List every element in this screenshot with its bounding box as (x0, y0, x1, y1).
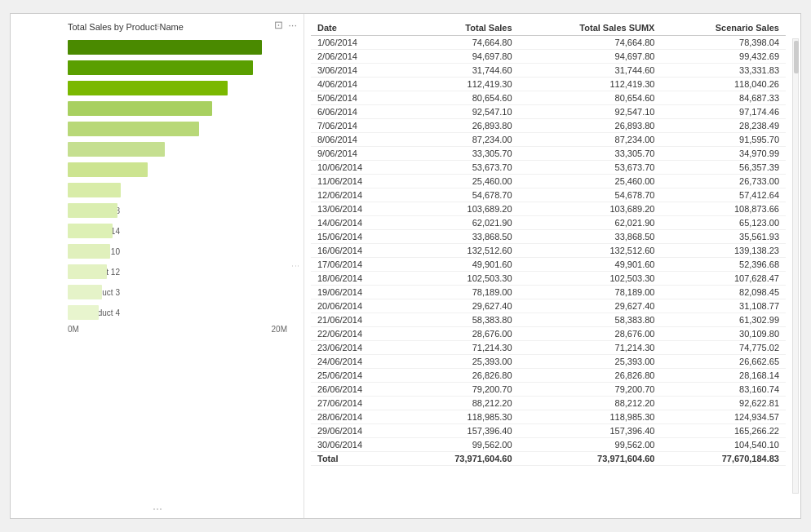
table-row[interactable]: 28/06/2014118,985.30118,985.30124,934.57 (311, 410, 786, 424)
table-row[interactable]: 15/06/201433,868.5033,868.5035,561.93 (311, 230, 786, 244)
table-row[interactable]: 2/06/201494,697.8094,697.8099,432.69 (311, 50, 786, 64)
table-row[interactable]: 19/06/201478,189.0078,189.0082,098.45 (311, 286, 786, 299)
bar-row[interactable]: Product 4 (68, 304, 287, 321)
table-row[interactable]: 9/06/201433,305.7033,305.7034,970.99 (311, 147, 786, 161)
table-row[interactable]: 16/06/2014132,512.60132,512.60139,138.23 (311, 244, 786, 258)
table-row[interactable]: 23/06/201471,214.3071,214.3074,775.02 (311, 341, 786, 355)
table-row[interactable]: 18/06/2014102,503.30102,503.30107,628.47 (311, 272, 786, 286)
bar-track (68, 142, 287, 157)
bar-row[interactable]: Product 3 (68, 283, 287, 301)
table-row[interactable]: 30/06/201499,562.0099,562.00104,540.10 (311, 438, 786, 452)
table-cell: 52,396.68 (661, 258, 786, 272)
bar-track (68, 60, 287, 75)
bar-row[interactable]: Product 12 (68, 263, 287, 281)
table-row[interactable]: 3/06/201431,744.6031,744.6033,331.83 (311, 64, 786, 78)
table-cell: 80,654.60 (405, 91, 519, 105)
bar-row[interactable]: Product 9 (68, 161, 287, 179)
drag-handle[interactable]: ≡ (154, 20, 160, 32)
table-cell: 25/06/2014 (311, 369, 405, 383)
bar-row[interactable]: Product 10 (68, 242, 287, 260)
table-row[interactable]: 12/06/201454,678.7054,678.7057,412.64 (311, 188, 786, 202)
data-table: Date Total Sales Total Sales SUMX Scenar… (311, 20, 786, 466)
table-cell: 82,098.45 (661, 286, 786, 299)
table-row[interactable]: 11/06/201425,460.0025,460.0026,733.00 (311, 175, 786, 188)
bar-row[interactable]: Product 13 (68, 140, 287, 158)
col-header-scenario-sales: Scenario Sales (661, 20, 786, 36)
bar-row[interactable]: Product 2 (68, 79, 287, 97)
table-row[interactable]: 10/06/201453,673.7053,673.7056,357.39 (311, 161, 786, 175)
bar-chart: Product 7Product 1Product 2Product 11Pro… (19, 38, 295, 321)
table-row[interactable]: 1/06/201474,664.8074,664.8078,398.04 (311, 36, 786, 50)
bar-row[interactable]: Product 8 (68, 202, 287, 219)
table-row[interactable]: 26/06/201479,200.7079,200.7083,160.74 (311, 383, 786, 397)
bar-row[interactable]: Product 1 (68, 59, 287, 77)
table-row[interactable]: 14/06/201462,021.9062,021.9065,123.00 (311, 216, 786, 230)
table-cell: 20/06/2014 (311, 299, 405, 313)
table-cell: 6/06/2014 (311, 105, 405, 119)
table-cell: 28/06/2014 (311, 410, 405, 424)
table-cell: 30/06/2014 (311, 438, 405, 452)
table-cell: 78,189.00 (405, 286, 519, 299)
table-cell: 4/06/2014 (311, 78, 405, 91)
table-cell: 31,744.60 (519, 64, 662, 78)
table-cell: 88,212.20 (519, 397, 662, 410)
table-cell: 25,393.00 (519, 355, 662, 369)
resize-handle-bottom[interactable]: ⋯ (153, 503, 162, 515)
resize-handle-right[interactable]: ⋮ (291, 262, 300, 270)
total-row: Total73,971,604.6073,971,604.6077,670,18… (311, 452, 786, 466)
scrollbar-thumb[interactable] (794, 41, 799, 73)
scrollbar-track[interactable] (792, 38, 799, 494)
bar-row[interactable]: Product 14 (68, 222, 287, 240)
table-cell: 103,689.20 (405, 202, 519, 216)
dashboard-container: ≡ ⊡ ··· Total Sales by Product Name Prod… (10, 13, 801, 519)
table-cell: 92,547.10 (405, 105, 519, 119)
bar-fill (68, 224, 113, 238)
bar-row[interactable]: Product 11 (68, 100, 287, 117)
table-row[interactable]: 29/06/2014157,396.40157,396.40165,266.22 (311, 424, 786, 438)
table-cell: 28,676.00 (519, 327, 662, 341)
table-row[interactable]: 25/06/201426,826.8026,826.8028,168.14 (311, 369, 786, 383)
total-cell: 77,670,184.83 (661, 452, 786, 466)
total-cell: 73,971,604.60 (519, 452, 662, 466)
table-cell: 65,123.00 (661, 216, 786, 230)
table-cell: 78,398.04 (661, 36, 786, 50)
table-cell: 118,040.26 (661, 78, 786, 91)
table-cell: 49,901.60 (405, 258, 519, 272)
table-cell: 83,160.74 (661, 383, 786, 397)
bar-fill (68, 81, 228, 95)
table-cell: 62,021.90 (519, 216, 662, 230)
table-row[interactable]: 7/06/201426,893.8026,893.8028,238.49 (311, 119, 786, 133)
table-row[interactable]: 4/06/2014112,419.30112,419.30118,040.26 (311, 78, 786, 91)
chart-panel: ≡ ⊡ ··· Total Sales by Product Name Prod… (11, 14, 304, 518)
table-row[interactable]: 17/06/201449,901.6049,901.6052,396.68 (311, 258, 786, 272)
table-cell: 79,200.70 (405, 383, 519, 397)
bar-fill (68, 142, 165, 157)
table-cell: 8/06/2014 (311, 133, 405, 147)
table-row[interactable]: 13/06/2014103,689.20103,689.20108,873.66 (311, 202, 786, 216)
table-row[interactable]: 27/06/201488,212.2088,212.2092,622.81 (311, 397, 786, 410)
table-cell: 10/06/2014 (311, 161, 405, 175)
total-cell: 73,971,604.60 (405, 452, 519, 466)
table-cell: 33,305.70 (405, 147, 519, 161)
bar-row[interactable]: Product 6 (68, 181, 287, 199)
bar-row[interactable]: Product 7 (68, 38, 287, 56)
table-cell: 23/06/2014 (311, 341, 405, 355)
x-axis: 0M 20M (68, 325, 287, 334)
table-cell: 102,503.30 (405, 272, 519, 286)
table-cell: 28,168.14 (661, 369, 786, 383)
table-row[interactable]: 21/06/201458,383.8058,383.8061,302.99 (311, 313, 786, 327)
table-cell: 132,512.60 (519, 244, 662, 258)
bar-fill (68, 101, 212, 116)
bar-row[interactable]: Product 5 (68, 120, 287, 138)
more-icon[interactable]: ··· (288, 19, 297, 31)
expand-icon[interactable]: ⊡ (274, 19, 283, 31)
table-row[interactable]: 6/06/201492,547.1092,547.1097,174.46 (311, 105, 786, 119)
table-row[interactable]: 22/06/201428,676.0028,676.0030,109.80 (311, 327, 786, 341)
table-row[interactable]: 8/06/201487,234.0087,234.0091,595.70 (311, 133, 786, 147)
table-cell: 87,234.00 (405, 133, 519, 147)
table-row[interactable]: 24/06/201425,393.0025,393.0026,662.65 (311, 355, 786, 369)
table-row[interactable]: 20/06/201429,627.4029,627.4031,108.77 (311, 299, 786, 313)
table-cell: 11/06/2014 (311, 175, 405, 188)
bar-track (68, 285, 287, 299)
table-row[interactable]: 5/06/201480,654.6080,654.6084,687.33 (311, 91, 786, 105)
